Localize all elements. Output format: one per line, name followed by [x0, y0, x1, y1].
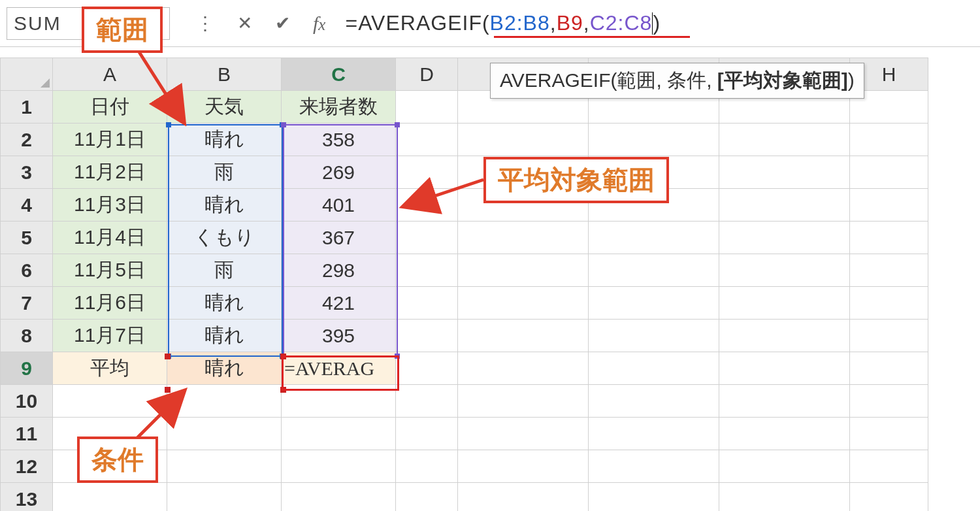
cell[interactable] [589, 124, 719, 156]
cell[interactable] [719, 189, 850, 222]
cell[interactable] [719, 320, 850, 352]
cell[interactable] [458, 352, 589, 385]
cell[interactable]: くもり [167, 222, 282, 254]
cell[interactable] [589, 287, 719, 320]
cell[interactable] [719, 483, 850, 512]
cell[interactable]: 421 [282, 287, 396, 320]
cell[interactable] [458, 450, 589, 483]
row-4[interactable]: 4 [1, 189, 53, 222]
cell[interactable] [396, 222, 458, 254]
cell[interactable]: 晴れ [167, 287, 282, 320]
cell[interactable] [458, 483, 589, 512]
cell[interactable] [167, 450, 282, 483]
row-1[interactable]: 1 [1, 91, 53, 124]
cell[interactable] [589, 254, 719, 287]
cell[interactable] [396, 483, 458, 512]
cell[interactable] [396, 320, 458, 352]
cell[interactable] [396, 450, 458, 483]
cell[interactable] [396, 124, 458, 156]
cell[interactable] [850, 320, 928, 352]
cell[interactable] [458, 254, 589, 287]
row-9[interactable]: 9 [1, 352, 53, 385]
cell[interactable]: 269 [282, 156, 396, 189]
fx-icon[interactable]: fx [313, 12, 325, 35]
cell[interactable] [282, 385, 396, 418]
cell[interactable] [458, 124, 589, 156]
cell[interactable]: 晴れ [167, 189, 282, 222]
row-10[interactable]: 10 [1, 385, 53, 418]
cell[interactable] [282, 450, 396, 483]
cell[interactable] [719, 222, 850, 254]
cell[interactable] [850, 450, 928, 483]
cell[interactable] [719, 124, 850, 156]
row-6[interactable]: 6 [1, 254, 53, 287]
formula-input[interactable]: =AVERAGEIF(B2:B8,B9,C2:C8) [345, 7, 973, 40]
cell[interactable] [396, 385, 458, 418]
enter-icon[interactable]: ✔ [275, 12, 290, 34]
cell[interactable] [719, 352, 850, 385]
row-12[interactable]: 12 [1, 450, 53, 483]
cell[interactable] [850, 483, 928, 512]
row-5[interactable]: 5 [1, 222, 53, 254]
col-C[interactable]: C [282, 58, 396, 91]
cell[interactable]: 11月3日 [53, 189, 167, 222]
cell[interactable] [589, 483, 719, 512]
cell[interactable] [458, 418, 589, 450]
cell[interactable] [589, 450, 719, 483]
cell[interactable] [850, 124, 928, 156]
row-8[interactable]: 8 [1, 320, 53, 352]
cell[interactable] [396, 287, 458, 320]
cell[interactable] [458, 222, 589, 254]
cell[interactable] [282, 483, 396, 512]
cell[interactable] [589, 222, 719, 254]
cell[interactable] [396, 91, 458, 124]
cell[interactable] [850, 254, 928, 287]
select-all-corner[interactable] [1, 58, 53, 91]
cell[interactable] [458, 385, 589, 418]
cell[interactable] [458, 287, 589, 320]
cell[interactable]: 雨 [167, 254, 282, 287]
row-7[interactable]: 7 [1, 287, 53, 320]
cell[interactable] [458, 320, 589, 352]
cell-C1[interactable]: 来場者数 [282, 91, 396, 124]
cell[interactable] [282, 418, 396, 450]
cell[interactable] [719, 287, 850, 320]
cell[interactable] [589, 385, 719, 418]
cell[interactable] [719, 156, 850, 189]
cell[interactable]: 晴れ [167, 320, 282, 352]
cell[interactable] [850, 352, 928, 385]
more-icon[interactable]: ⋮ [196, 12, 214, 34]
cell[interactable] [396, 352, 458, 385]
cell[interactable] [850, 418, 928, 450]
cell[interactable] [850, 222, 928, 254]
cell[interactable]: 395 [282, 320, 396, 352]
cell[interactable]: 11月2日 [53, 156, 167, 189]
cell[interactable]: 358 [282, 124, 396, 156]
cell[interactable] [589, 418, 719, 450]
cell[interactable] [396, 418, 458, 450]
cell[interactable]: 11月7日 [53, 320, 167, 352]
row-2[interactable]: 2 [1, 124, 53, 156]
cell[interactable] [850, 189, 928, 222]
cell[interactable] [719, 450, 850, 483]
cell[interactable]: 雨 [167, 156, 282, 189]
cell[interactable]: 298 [282, 254, 396, 287]
row-13[interactable]: 13 [1, 483, 53, 512]
cell[interactable] [167, 483, 282, 512]
cell[interactable] [719, 254, 850, 287]
cell[interactable] [850, 287, 928, 320]
cell[interactable]: 11月5日 [53, 254, 167, 287]
row-11[interactable]: 11 [1, 418, 53, 450]
cell-C9[interactable]: =AVERAG [282, 352, 396, 385]
cell[interactable]: 401 [282, 189, 396, 222]
cancel-icon[interactable]: ✕ [237, 12, 252, 34]
row-3[interactable]: 3 [1, 156, 53, 189]
cell[interactable] [719, 418, 850, 450]
cell[interactable]: 11月4日 [53, 222, 167, 254]
cell-A9[interactable]: 平均 [53, 352, 167, 385]
cell[interactable] [850, 156, 928, 189]
cell[interactable] [396, 254, 458, 287]
cell[interactable]: 11月6日 [53, 287, 167, 320]
cell[interactable] [719, 385, 850, 418]
col-D[interactable]: D [396, 58, 458, 91]
